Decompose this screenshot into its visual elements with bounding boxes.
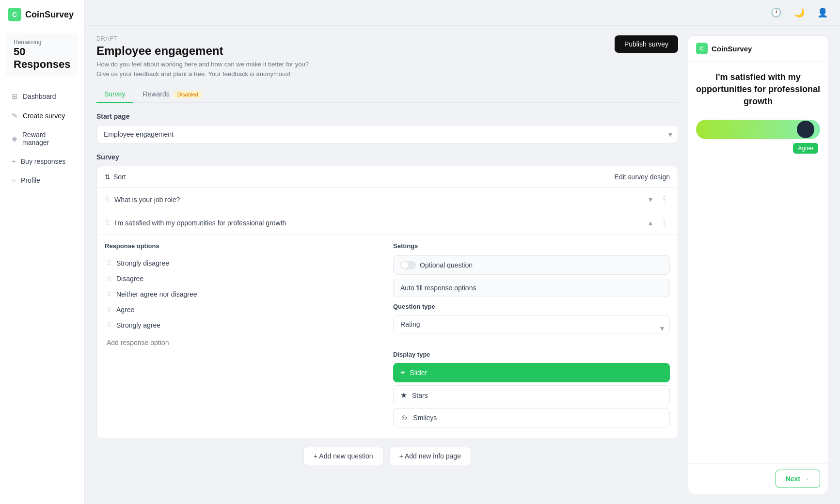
clock-icon[interactable]: 🕐 [768,5,784,20]
display-option-slider-label: Slider [410,369,427,377]
add-response-option-row [105,335,381,350]
settings-label: Settings [393,242,670,250]
drag-handle-icon: ⠿ [107,290,111,298]
display-option-slider[interactable]: ≡ Slider [393,363,670,382]
main-area: 🕐 🌙 👤 DRAFT Employee engagement How do y… [85,0,840,504]
start-page-select-wrapper: Employee engagement ▾ [96,125,678,143]
response-options-label: Response options [105,242,381,250]
add-new-info-page-button[interactable]: + Add new info page [389,447,471,465]
survey-desc-line2: Give us your feedback and plant a tree. … [96,69,615,79]
survey-tabs: Survey Rewards Disabled [96,86,678,103]
response-option-0: ⠿ Strongly disagree [105,255,381,271]
optional-question-button[interactable]: Optional question [393,255,670,275]
preview-brand: CoinSurvey [712,45,752,53]
optional-toggle[interactable] [400,261,416,269]
remaining-count: 50 Responses [14,46,71,71]
sidebar: C CoinSurvey Remaining 50 Responses ⊞ Da… [0,0,85,504]
survey-editor: DRAFT Employee engagement How do you fee… [96,35,678,494]
auto-fill-button[interactable]: Auto fill response options [393,279,670,297]
response-option-1: ⠿ Disagree [105,271,381,286]
start-page-label: Start page [96,112,678,120]
logo-icon: C [8,8,21,21]
topbar: 🕐 🌙 👤 [85,0,840,26]
sidebar-item-buy-responses[interactable]: + Buy responses [4,152,80,170]
slider-icon: ≡ [400,368,405,377]
preview-header: C CoinSurvey [688,36,828,62]
sidebar-item-label: Create survey [23,112,65,120]
preview-question: I'm satisfied with my opportunities for … [696,71,820,108]
survey-section-header: ⇅ Sort Edit survey design [97,166,678,188]
edit-design-button[interactable]: Edit survey design [615,173,670,181]
more-options-question-2-button[interactable]: ⋮ [658,217,670,228]
question-text-2: I'm satisfied with my opportunities for … [114,219,642,227]
slider-thumb[interactable] [797,121,814,138]
expand-question-1-button[interactable]: ▾ [647,194,654,205]
question-expanded-2: Response options ⠿ Strongly disagree ⠿ D… [97,234,678,438]
stars-icon: ★ [400,391,407,400]
drag-handle-icon: ⠿ [107,259,111,267]
add-response-input[interactable] [107,339,380,346]
drag-handle-icon: ⠿ [107,306,111,314]
survey-title: Employee engagement [96,44,615,58]
tab-survey[interactable]: Survey [96,86,133,103]
slider-container: Agree [696,120,820,139]
sidebar-item-create-survey[interactable]: ✎ Create survey [4,107,80,125]
slider-track[interactable] [696,120,820,139]
survey-questions-panel: ⇅ Sort Edit survey design ⠿ What is your… [96,166,678,439]
sidebar-item-dashboard[interactable]: ⊞ Dashboard [4,87,80,106]
response-option-text: Strongly agree [116,321,160,329]
display-type-label: Display type [393,351,670,358]
display-option-smileys[interactable]: ☺ Smileys [393,408,670,427]
sidebar-item-label: Profile [21,176,40,184]
display-option-stars[interactable]: ★ Stars [393,385,670,405]
add-buttons-row: + Add new question + Add new info page [96,447,678,465]
question-actions-2: ▴ ⋮ [647,217,670,228]
survey-header-left: DRAFT Employee engagement How do you fee… [96,35,615,79]
question-header-2[interactable]: ⠿ I'm satisfied with my opportunities fo… [97,211,678,234]
preview-logo-icon: C [696,43,708,54]
display-option-smileys-label: Smileys [413,414,437,422]
sidebar-item-label: Dashboard [23,93,56,100]
sidebar-item-label: Buy responses [21,158,66,165]
response-option-text: Disagree [116,275,143,283]
auto-fill-label: Auto fill response options [400,284,476,292]
preview-content: I'm satisfied with my opportunities for … [688,62,828,463]
publish-survey-button[interactable]: Publish survey [615,35,678,53]
drag-handle-icon: ⠿ [105,196,110,204]
display-option-stars-label: Stars [412,392,428,399]
question-type-label: Question type [393,303,670,310]
drag-handle-icon-2: ⠿ [105,219,110,227]
add-new-question-button[interactable]: + Add new question [303,447,383,465]
slider-value-label: Agree [793,143,818,154]
start-page-select[interactable]: Employee engagement [96,125,678,143]
question-type-select[interactable]: Rating [393,315,670,333]
survey-header-row: DRAFT Employee engagement How do you fee… [96,35,678,79]
survey-section-label: Survey [96,153,678,161]
smileys-icon: ☺ [400,413,408,422]
question-header-1[interactable]: ⠿ What is your job role? ▾ ⋮ [97,188,678,211]
dashboard-icon: ⊞ [12,92,18,101]
sidebar-item-label: Reward manager [22,131,73,146]
tab-rewards[interactable]: Rewards Disabled [135,86,210,103]
sort-button[interactable]: ⇅ Sort [105,173,126,181]
question-actions-1: ▾ ⋮ [647,194,670,205]
question-row-1: ⠿ What is your job role? ▾ ⋮ [97,188,678,211]
darkmode-icon[interactable]: 🌙 [792,5,807,20]
user-icon[interactable]: 👤 [815,5,830,20]
sidebar-item-reward-manager[interactable]: ◈ Reward manager [4,126,80,151]
drag-handle-icon: ⠿ [107,275,111,283]
response-option-3: ⠿ Agree [105,302,381,317]
question-row-2: ⠿ I'm satisfied with my opportunities fo… [97,211,678,439]
draft-label: DRAFT [96,35,615,42]
more-options-question-1-button[interactable]: ⋮ [658,194,670,205]
next-button[interactable]: Next → [776,470,820,488]
sort-icon: ⇅ [105,173,111,181]
collapse-question-2-button[interactable]: ▴ [647,217,654,228]
response-option-text: Agree [116,306,134,314]
logo: C CoinSurvey [0,0,84,29]
profile-icon: ○ [12,176,16,184]
rewards-disabled-badge: Disabled [174,91,202,98]
question-type-select-wrapper: Rating ▾ [393,315,670,341]
sidebar-item-profile[interactable]: ○ Profile [4,171,80,189]
optional-question-label: Optional question [420,261,473,269]
